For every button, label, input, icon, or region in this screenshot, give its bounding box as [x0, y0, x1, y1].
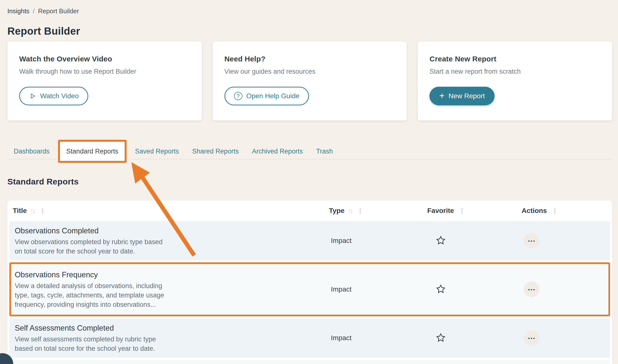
column-header-type: Type ↑↓ ⋮	[329, 207, 427, 215]
question-icon: ?	[234, 92, 242, 100]
row-actions-button[interactable]: …	[524, 330, 539, 346]
actions-cell: …	[524, 233, 610, 249]
report-type: Impact	[331, 237, 429, 245]
kebab-menu-icon[interactable]: ⋮	[38, 207, 47, 215]
info-cards: Watch the Overview Video Walk through ho…	[7, 42, 612, 121]
tab-saved-reports[interactable]: Saved Reports	[135, 148, 179, 155]
card-watch-video: Watch the Overview Video Walk through ho…	[7, 42, 202, 121]
play-icon	[29, 92, 36, 100]
annotation-box-standard-reports-tab: Standard Reports	[58, 140, 127, 163]
row-actions-button[interactable]: …	[524, 281, 539, 297]
card-create-new-report: Create New Report Start a new report fro…	[418, 42, 612, 121]
new-report-button-label: New Report	[448, 92, 485, 100]
row-title-cell: Observations Frequency View a detailed a…	[15, 264, 331, 315]
report-description: View self assessments completed by rubri…	[15, 335, 331, 353]
favorite-cell	[429, 236, 524, 246]
star-icon	[436, 333, 445, 342]
tab-shared-reports[interactable]: Shared Reports	[192, 148, 239, 155]
report-description: View observations completed by rubric ty…	[15, 237, 331, 256]
report-title[interactable]: Observations Frequency	[15, 270, 331, 279]
open-help-guide-button-label: Open Help Guide	[246, 92, 299, 100]
sort-icon[interactable]: ↑↓	[30, 207, 35, 215]
open-help-guide-button[interactable]: ? Open Help Guide	[224, 87, 309, 105]
table-row-observations-frequency[interactable]: Observations Frequency View a detailed a…	[11, 264, 608, 315]
favorite-cell	[429, 333, 524, 343]
reports-tab-bar: Dashboards Standard Reports Saved Report…	[7, 140, 612, 163]
column-header-actions: Actions ⋮	[522, 207, 610, 215]
breadcrumb-report-builder: Report Builder	[38, 7, 79, 15]
favorite-star-button[interactable]	[436, 333, 445, 342]
favorite-cell	[429, 284, 524, 294]
column-header-actions-label: Actions	[522, 207, 547, 215]
card-subtitle: Start a new report from scratch	[429, 68, 600, 75]
breadcrumb-separator: /	[33, 7, 35, 15]
table-header-row: Title ↑↓ ⋮ Type ↑↓ ⋮ Favorite ⋮ Actions …	[9, 200, 610, 221]
report-title[interactable]: Observations Completed	[15, 226, 331, 235]
card-title: Need Help?	[224, 54, 395, 64]
breadcrumb-insights[interactable]: Insights	[7, 7, 29, 15]
column-header-title: Title ↑↓ ⋮	[13, 207, 329, 215]
new-report-button[interactable]: + New Report	[429, 87, 495, 105]
kebab-menu-icon[interactable]: ⋮	[457, 207, 466, 215]
star-icon	[436, 236, 445, 245]
column-header-type-label: Type	[329, 207, 344, 215]
card-need-help: Need Help? View our guides and resources…	[213, 42, 407, 121]
sort-icon[interactable]: ↑↓	[348, 207, 352, 215]
report-builder-page: Insights / Report Builder Report Builder…	[0, 0, 618, 364]
annotation-box-observations-frequency-row: Observations Frequency View a detailed a…	[9, 262, 610, 316]
table-row-observations-completed[interactable]: Observations Completed View observations…	[9, 221, 610, 260]
report-type: Impact	[331, 285, 429, 293]
star-icon	[436, 284, 445, 294]
report-title[interactable]: Self Assessments Completed	[15, 324, 331, 333]
favorite-star-button[interactable]	[436, 284, 445, 294]
actions-cell: …	[524, 330, 610, 346]
kebab-menu-icon[interactable]: ⋮	[550, 207, 559, 215]
tab-trash[interactable]: Trash	[316, 148, 333, 155]
column-header-favorite-label: Favorite	[427, 207, 454, 215]
report-description: View a detailed analysis of observations…	[15, 281, 331, 309]
report-type: Impact	[331, 334, 429, 342]
row-title-cell: Self Assessments Completed View self ass…	[15, 318, 331, 358]
page-title: Report Builder	[7, 25, 612, 37]
section-title-standard-reports: Standard Reports	[7, 177, 612, 186]
watch-video-button-label: Watch Video	[40, 92, 79, 100]
standard-reports-table: Title ↑↓ ⋮ Type ↑↓ ⋮ Favorite ⋮ Actions …	[7, 200, 612, 364]
table-row-partial	[9, 360, 610, 364]
favorite-star-button[interactable]	[436, 236, 445, 245]
card-title: Watch the Overview Video	[19, 54, 190, 64]
breadcrumb: Insights / Report Builder	[7, 7, 612, 15]
watch-video-button[interactable]: Watch Video	[19, 87, 88, 105]
tab-archived-reports[interactable]: Archived Reports	[252, 148, 303, 155]
row-title-cell: Observations Completed View observations…	[15, 221, 331, 260]
card-subtitle: Walk through how to use Report Builder	[19, 68, 190, 75]
column-header-title-label: Title	[13, 207, 27, 215]
row-actions-button[interactable]: …	[524, 233, 539, 249]
card-title: Create New Report	[429, 54, 600, 64]
card-subtitle: View our guides and resources	[224, 68, 395, 75]
tab-dashboards[interactable]: Dashboards	[14, 148, 50, 155]
plus-icon: +	[439, 91, 444, 100]
table-row-self-assessments-completed[interactable]: Self Assessments Completed View self ass…	[9, 318, 610, 358]
actions-cell: …	[524, 281, 608, 297]
tab-standard-reports[interactable]: Standard Reports	[66, 148, 118, 155]
column-header-favorite: Favorite ⋮	[427, 207, 522, 215]
kebab-menu-icon[interactable]: ⋮	[356, 207, 365, 215]
